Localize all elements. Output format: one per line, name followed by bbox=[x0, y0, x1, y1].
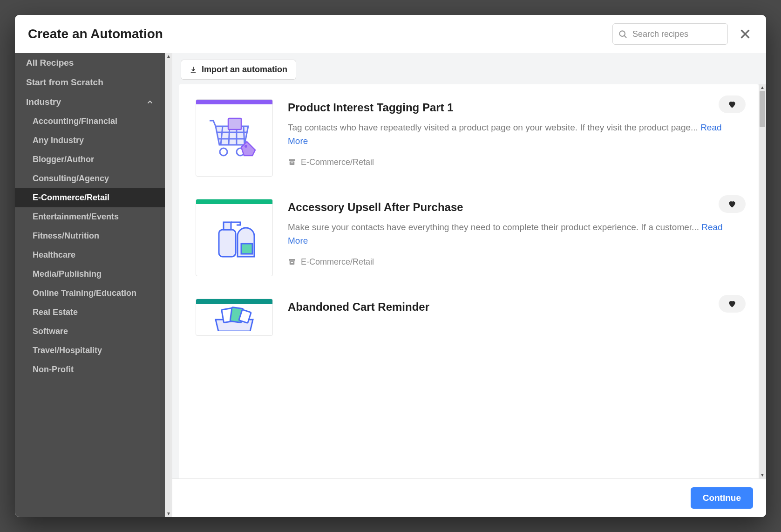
sidebar-item-label: All Recipes bbox=[26, 58, 74, 68]
sidebar-item-start-from-scratch[interactable]: Start from Scratch bbox=[15, 73, 165, 92]
scroll-down-icon: ▼ bbox=[759, 472, 766, 478]
thumb-accent-bar bbox=[196, 100, 272, 104]
svg-rect-18 bbox=[224, 222, 231, 230]
svg-line-1 bbox=[625, 36, 626, 38]
cart-items-icon bbox=[209, 303, 260, 331]
sidebar-item-any-industry[interactable]: Any Industry bbox=[15, 131, 165, 150]
recipe-title: Product Interest Tagging Part 1 bbox=[288, 101, 742, 114]
recipe-content: Accessory Upsell After Purchase Make sur… bbox=[288, 199, 742, 276]
sidebar-item-fitness-nutrition[interactable]: Fitness/Nutrition bbox=[15, 226, 165, 246]
sidebar-item-all-recipes[interactable]: All Recipes bbox=[15, 53, 165, 73]
recipe-description: Make sure your contacts have everything … bbox=[288, 220, 742, 248]
modal-title: Create an Automation bbox=[28, 27, 163, 41]
sidebar-container: All Recipes Start from Scratch Industry … bbox=[15, 53, 172, 517]
search-input[interactable] bbox=[612, 23, 728, 45]
archive-icon bbox=[288, 158, 296, 166]
recipe-scrollbar[interactable]: ▲ ▼ bbox=[759, 84, 766, 478]
recipe-thumbnail bbox=[196, 299, 273, 336]
shopping-cart-tag-icon bbox=[209, 115, 260, 161]
svg-rect-22 bbox=[291, 262, 293, 263]
sidebar-item-label: Blogger/Author bbox=[33, 155, 94, 164]
archive-icon bbox=[288, 258, 296, 266]
thumb-accent-bar bbox=[196, 299, 272, 304]
recipe-desc-text: Tag contacts who have repeatedly visited… bbox=[288, 123, 700, 132]
toolbar: Import an automation bbox=[172, 53, 766, 84]
recipe-tag-label: E-Commerce/Retail bbox=[301, 157, 374, 167]
favorite-button[interactable] bbox=[719, 195, 746, 213]
heart-icon bbox=[727, 100, 737, 109]
sidebar-item-travel-hospitality[interactable]: Travel/Hospitality bbox=[15, 341, 165, 360]
modal-body: All Recipes Start from Scratch Industry … bbox=[15, 53, 766, 517]
sidebar-item-label: Software bbox=[33, 327, 68, 336]
svg-point-13 bbox=[244, 145, 247, 148]
bottles-icon bbox=[209, 212, 260, 263]
svg-line-7 bbox=[244, 126, 244, 145]
sidebar-item-label: Travel/Hospitality bbox=[33, 346, 102, 355]
recipe-list: Product Interest Tagging Part 1 Tag cont… bbox=[179, 84, 759, 478]
sidebar-item-blogger-author[interactable]: Blogger/Author bbox=[15, 150, 165, 169]
svg-rect-20 bbox=[289, 259, 295, 261]
import-automation-button[interactable]: Import an automation bbox=[181, 60, 296, 80]
sidebar-item-label: Fitness/Nutrition bbox=[33, 231, 99, 241]
sidebar-item-label: Healthcare bbox=[33, 250, 75, 260]
sidebar-item-real-estate[interactable]: Real Estate bbox=[15, 303, 165, 322]
svg-rect-17 bbox=[219, 230, 236, 257]
sidebar-item-e-commerce-retail[interactable]: E-Commerce/Retail bbox=[15, 188, 165, 207]
close-icon bbox=[739, 28, 751, 40]
header-controls bbox=[612, 23, 753, 45]
sidebar-item-label: Media/Publishing bbox=[33, 269, 102, 279]
favorite-button[interactable] bbox=[719, 95, 746, 113]
close-button[interactable] bbox=[737, 26, 753, 42]
sidebar-group-industry[interactable]: Industry bbox=[15, 92, 165, 112]
recipe-content: Product Interest Tagging Part 1 Tag cont… bbox=[288, 99, 742, 177]
search-icon bbox=[618, 29, 627, 39]
sidebar-item-label: Real Estate bbox=[33, 307, 78, 317]
sidebar-item-non-profit[interactable]: Non-Profit bbox=[15, 360, 165, 379]
recipe-description: Tag contacts who have repeatedly visited… bbox=[288, 121, 742, 148]
recipe-title: Abandoned Cart Reminder bbox=[288, 300, 742, 314]
sidebar-item-label: Entertainment/Events bbox=[33, 212, 119, 222]
sidebar-item-entertainment-events[interactable]: Entertainment/Events bbox=[15, 207, 165, 226]
recipe-card[interactable]: Product Interest Tagging Part 1 Tag cont… bbox=[179, 88, 759, 188]
svg-rect-16 bbox=[291, 163, 293, 164]
sidebar-item-label: E-Commerce/Retail bbox=[33, 193, 109, 203]
modal-footer: Continue bbox=[172, 478, 766, 517]
sidebar-scrollbar[interactable]: ▲ ▼ bbox=[165, 53, 172, 517]
continue-button[interactable]: Continue bbox=[691, 487, 753, 509]
sidebar-item-label: Consulting/Agency bbox=[33, 174, 109, 184]
main-panel: Import an automation bbox=[172, 53, 766, 517]
scroll-up-icon: ▲ bbox=[165, 53, 172, 60]
import-label: Import an automation bbox=[202, 65, 287, 75]
scroll-down-icon: ▼ bbox=[165, 511, 172, 517]
recipe-title: Accessory Upsell After Purchase bbox=[288, 201, 742, 214]
recipe-tag-label: E-Commerce/Retail bbox=[301, 257, 374, 267]
recipe-card[interactable]: Abandoned Cart Reminder bbox=[179, 287, 759, 336]
favorite-button[interactable] bbox=[719, 295, 746, 313]
sidebar-item-consulting-agency[interactable]: Consulting/Agency bbox=[15, 169, 165, 188]
recipe-thumbnail bbox=[196, 99, 273, 177]
sidebar: All Recipes Start from Scratch Industry … bbox=[15, 53, 165, 517]
sidebar-item-software[interactable]: Software bbox=[15, 322, 165, 341]
sidebar-item-label: Start from Scratch bbox=[26, 77, 103, 88]
modal-header: Create an Automation bbox=[15, 15, 766, 53]
sidebar-item-label: Any Industry bbox=[33, 136, 84, 145]
chevron-up-icon bbox=[146, 98, 154, 106]
recipe-content: Abandoned Cart Reminder bbox=[288, 299, 742, 336]
scrollbar-thumb[interactable] bbox=[760, 91, 765, 127]
sidebar-item-media-publishing[interactable]: Media/Publishing bbox=[15, 265, 165, 284]
svg-rect-19 bbox=[241, 244, 252, 254]
recipe-thumbnail bbox=[196, 199, 273, 276]
recipe-scroll-region: Product Interest Tagging Part 1 Tag cont… bbox=[172, 84, 766, 478]
heart-icon bbox=[727, 199, 737, 209]
sidebar-item-healthcare[interactable]: Healthcare bbox=[15, 246, 165, 265]
recipe-card[interactable]: Accessory Upsell After Purchase Make sur… bbox=[179, 188, 759, 287]
svg-rect-12 bbox=[228, 118, 241, 130]
recipe-tag: E-Commerce/Retail bbox=[288, 157, 742, 167]
recipe-tag: E-Commerce/Retail bbox=[288, 257, 742, 267]
search-wrap bbox=[612, 23, 728, 45]
sidebar-group-label: Industry bbox=[26, 97, 61, 107]
sidebar-item-accounting-financial[interactable]: Accounting/Financial bbox=[15, 112, 165, 131]
download-icon bbox=[190, 66, 197, 74]
sidebar-item-online-training-education[interactable]: Online Training/Education bbox=[15, 284, 165, 303]
recipe-desc-text: Make sure your contacts have everything … bbox=[288, 222, 701, 232]
